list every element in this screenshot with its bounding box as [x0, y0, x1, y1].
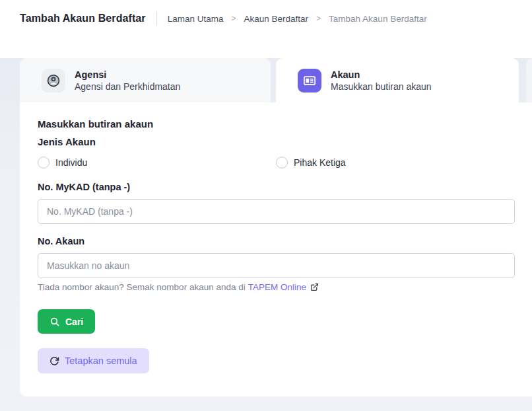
radio-individu[interactable]: Individu	[38, 157, 276, 168]
mykad-label: No. MyKAD (tanpa -)	[38, 182, 514, 192]
radio-pihak-ketiga[interactable]: Pihak Ketiga	[276, 157, 514, 168]
account-type-label: Jenis Akaun	[38, 136, 514, 147]
tab-agensi-texts: Agensi Agensi dan Perkhidmatan	[75, 69, 180, 92]
search-icon	[50, 317, 60, 327]
page-background: Agensi Agensi dan Perkhidmatan Akaun	[0, 58, 532, 411]
tab-akaun-title: Akaun	[331, 69, 432, 80]
account-helper-text: Tiada nombor akaun? Semak nombor akaun a…	[38, 282, 514, 292]
radio-individu-label: Individu	[55, 157, 87, 168]
search-button-label: Cari	[65, 317, 83, 327]
radio-circle-icon[interactable]	[38, 157, 50, 168]
chevron-right-icon: >	[316, 14, 321, 23]
external-link-icon[interactable]	[310, 283, 319, 291]
helper-text: Tiada nombor akaun? Semak nombor akaun a…	[38, 282, 246, 292]
mykad-field-group: No. MyKAD (tanpa -)	[38, 182, 514, 224]
radio-circle-icon[interactable]	[276, 157, 288, 168]
reset-button[interactable]: Tetapkan semula	[38, 348, 149, 373]
breadcrumb-item-home[interactable]: Laman Utama	[168, 14, 224, 24]
tab-akaun[interactable]: Akaun Masukkan butiran akaun	[276, 58, 519, 102]
account-label: No. Akaun	[38, 236, 514, 246]
tapem-online-link[interactable]: TAPEM Online	[248, 282, 306, 292]
tab-akaun-texts: Akaun Masukkan butiran akaun	[331, 69, 432, 92]
tab-agensi-title: Agensi	[75, 69, 180, 80]
form-panel: Masukkan butiran akaun Jenis Akaun Indiv…	[20, 102, 532, 396]
tab-bar: Agensi Agensi dan Perkhidmatan Akaun	[20, 58, 532, 102]
account-type-radio-group: Individu Pihak Ketiga	[38, 157, 514, 168]
user-circle-icon	[42, 69, 65, 93]
radio-pihak-ketiga-label: Pihak Ketiga	[294, 157, 346, 168]
breadcrumb: Laman Utama > Akaun Berdaftar > Tambah A…	[168, 14, 427, 24]
breadcrumb-item-akaun-berdaftar[interactable]: Akaun Berdaftar	[244, 14, 309, 24]
page-header: Tambah Akaun Berdaftar Laman Utama > Aka…	[0, 0, 532, 37]
reset-button-label: Tetapkan semula	[65, 355, 137, 366]
tab-partial-offscreen[interactable]	[526, 58, 532, 102]
form-actions: Cari Tetapkan semula	[38, 292, 514, 373]
id-card-icon	[298, 69, 321, 93]
page-title: Tambah Akaun Berdaftar	[20, 13, 146, 24]
tab-agensi-subtitle: Agensi dan Perkhidmatan	[75, 81, 180, 92]
account-input[interactable]	[38, 253, 515, 278]
mykad-input[interactable]	[38, 199, 515, 224]
tab-agensi[interactable]: Agensi Agensi dan Perkhidmatan	[20, 58, 271, 102]
chevron-right-icon: >	[231, 14, 236, 23]
header-divider	[156, 11, 157, 26]
refresh-icon	[50, 356, 59, 366]
account-field-group: No. Akaun	[38, 236, 514, 278]
breadcrumb-item-current: Tambah Akaun Berdaftar	[329, 14, 427, 24]
tab-akaun-subtitle: Masukkan butiran akaun	[331, 81, 432, 92]
search-button[interactable]: Cari	[38, 309, 95, 334]
main-card: Agensi Agensi dan Perkhidmatan Akaun	[20, 58, 532, 396]
form-heading: Masukkan butiran akaun	[38, 118, 514, 130]
